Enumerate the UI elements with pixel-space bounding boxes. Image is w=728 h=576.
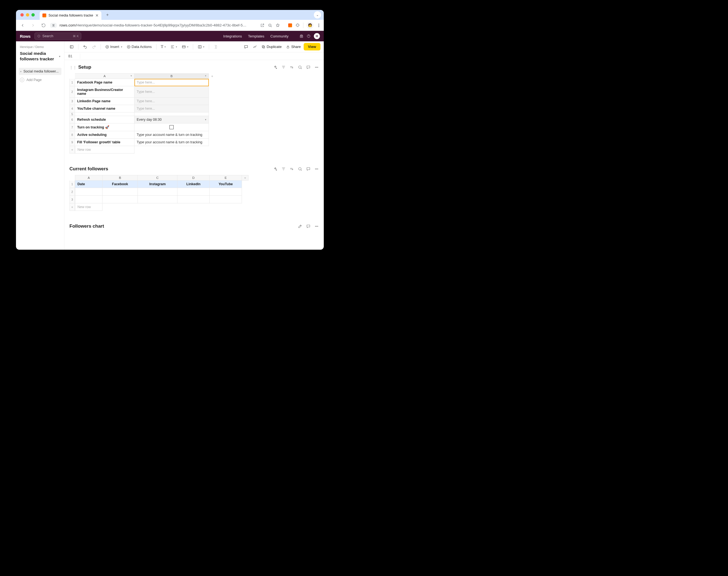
- new-tab-button[interactable]: +: [104, 11, 111, 19]
- close-tab-icon[interactable]: ✕: [95, 13, 99, 18]
- crumb-workspace[interactable]: Henrique: [20, 45, 33, 49]
- site-info-button[interactable]: [50, 23, 57, 28]
- doc-menu-icon[interactable]: ▾: [59, 55, 60, 58]
- cell-b4[interactable]: [135, 105, 209, 112]
- comment-icon[interactable]: [242, 44, 250, 50]
- cell-b6-refresh-schedule[interactable]: Every day 08:30▾: [135, 116, 209, 123]
- add-row-button[interactable]: +: [69, 203, 75, 211]
- bookmark-star-icon[interactable]: [275, 23, 280, 28]
- analytics-icon[interactable]: [251, 44, 259, 50]
- nav-templates[interactable]: Templates: [248, 34, 264, 38]
- duplicate-button[interactable]: Duplicate: [260, 44, 283, 50]
- cf-cell[interactable]: [210, 188, 242, 196]
- align-button[interactable]: ▾: [169, 44, 179, 50]
- header-facebook[interactable]: Facebook: [103, 180, 138, 188]
- header-instagram[interactable]: Instagram: [138, 180, 177, 188]
- ai-sparkle-icon[interactable]: [273, 167, 278, 171]
- app-logo[interactable]: Rows: [20, 34, 31, 38]
- cell-b1[interactable]: [135, 79, 209, 86]
- add-column-button[interactable]: +: [209, 73, 215, 79]
- crumb-folder[interactable]: Demo: [35, 45, 44, 49]
- share-button[interactable]: Share: [284, 44, 302, 50]
- col-header-b[interactable]: B▾: [135, 73, 209, 79]
- undo-button[interactable]: [81, 44, 89, 50]
- youtube-input[interactable]: [137, 107, 206, 111]
- url-field[interactable]: rows.com/Henrique/demo/social-media-foll…: [60, 23, 255, 27]
- doc-title[interactable]: Social media followers tracker: [20, 51, 59, 62]
- cell-a4[interactable]: YouTube channel name: [75, 105, 135, 112]
- cell-a5[interactable]: [75, 112, 135, 116]
- linkedin-input[interactable]: [137, 99, 206, 103]
- data-actions-button[interactable]: Data Actions: [125, 44, 153, 50]
- search-icon[interactable]: [298, 65, 302, 69]
- text-format-button[interactable]: T▾: [159, 43, 168, 50]
- nav-community[interactable]: Community: [270, 34, 289, 38]
- cf-col-e[interactable]: E: [210, 175, 242, 180]
- nav-integrations[interactable]: Integrations: [223, 34, 242, 38]
- search-input[interactable]: Search ⌘ K: [34, 32, 81, 40]
- drag-handle-icon[interactable]: ⋮⋮: [69, 65, 77, 69]
- profile-avatar[interactable]: 🧑: [307, 22, 313, 29]
- view-button[interactable]: View: [304, 43, 320, 51]
- close-window-button[interactable]: [20, 13, 24, 17]
- more-icon[interactable]: [314, 65, 319, 69]
- header-date[interactable]: Date: [75, 180, 103, 188]
- help-icon[interactable]: [307, 34, 311, 38]
- more-icon[interactable]: [314, 167, 319, 171]
- cell-a3[interactable]: Linkedin Page name: [75, 97, 135, 105]
- note-icon[interactable]: [306, 224, 311, 228]
- sort-icon[interactable]: [290, 167, 294, 171]
- cell-b8[interactable]: Type your account name & turn on trackin…: [135, 131, 209, 139]
- tracking-checkbox[interactable]: [170, 125, 174, 129]
- cf-cell[interactable]: [138, 196, 177, 203]
- cf-cell[interactable]: [210, 196, 242, 203]
- cf-col-c[interactable]: C: [138, 175, 177, 180]
- ai-sparkle-icon[interactable]: [273, 65, 278, 69]
- note-icon[interactable]: [306, 167, 311, 171]
- sort-icon[interactable]: [290, 65, 294, 69]
- filter-icon[interactable]: [281, 167, 286, 171]
- more-icon[interactable]: [314, 224, 319, 228]
- note-icon[interactable]: [306, 65, 311, 69]
- insert-button[interactable]: Insert ▾: [104, 44, 124, 50]
- search-icon[interactable]: [298, 167, 302, 171]
- cell-b7[interactable]: [135, 123, 209, 131]
- forward-button[interactable]: [29, 22, 37, 29]
- add-column-button[interactable]: +: [242, 175, 249, 180]
- cell-a9[interactable]: Fill 'Follower growth' table: [75, 139, 135, 146]
- cell-format-button[interactable]: ▾: [180, 44, 190, 50]
- cell-b2[interactable]: [135, 86, 209, 97]
- browser-tab[interactable]: Social media followers tracke ✕: [40, 11, 101, 20]
- edit-icon[interactable]: [298, 224, 302, 228]
- header-linkedin[interactable]: LinkedIn: [177, 180, 210, 188]
- cf-cell[interactable]: [177, 196, 210, 203]
- gift-icon[interactable]: [299, 34, 303, 38]
- reload-button[interactable]: [40, 22, 48, 29]
- tab-list-button[interactable]: ⌄: [314, 11, 321, 19]
- cf-col-a[interactable]: A: [75, 175, 103, 180]
- cf-cell[interactable]: [103, 196, 138, 203]
- cell-b3[interactable]: [135, 97, 209, 105]
- cf-cell[interactable]: [138, 188, 177, 196]
- extension-rows-icon[interactable]: [288, 23, 292, 27]
- user-avatar[interactable]: H: [314, 33, 320, 39]
- cf-cell[interactable]: [75, 188, 103, 196]
- wrap-button[interactable]: ▾: [196, 44, 206, 50]
- zoom-icon[interactable]: [268, 23, 272, 28]
- maximize-window-button[interactable]: [31, 13, 35, 17]
- new-row-label[interactable]: New row: [75, 146, 135, 153]
- cell-b9[interactable]: Type your account name & turn on trackin…: [135, 139, 209, 146]
- instagram-input[interactable]: [137, 90, 206, 94]
- add-row-button[interactable]: +: [69, 146, 75, 153]
- facebook-page-input[interactable]: [137, 81, 206, 84]
- extensions-icon[interactable]: [295, 23, 300, 28]
- cell-a1[interactable]: Facebook Page name: [75, 79, 135, 86]
- new-row-label[interactable]: New row: [75, 203, 103, 211]
- cell-reference[interactable]: B1: [68, 54, 80, 58]
- redo-button[interactable]: [90, 44, 98, 50]
- cf-cell[interactable]: [177, 188, 210, 196]
- back-button[interactable]: [19, 22, 26, 29]
- header-youtube[interactable]: YouTube: [210, 180, 242, 188]
- cf-cell[interactable]: [75, 196, 103, 203]
- sidebar-page-item[interactable]: ▸ Social media follower...: [19, 68, 61, 75]
